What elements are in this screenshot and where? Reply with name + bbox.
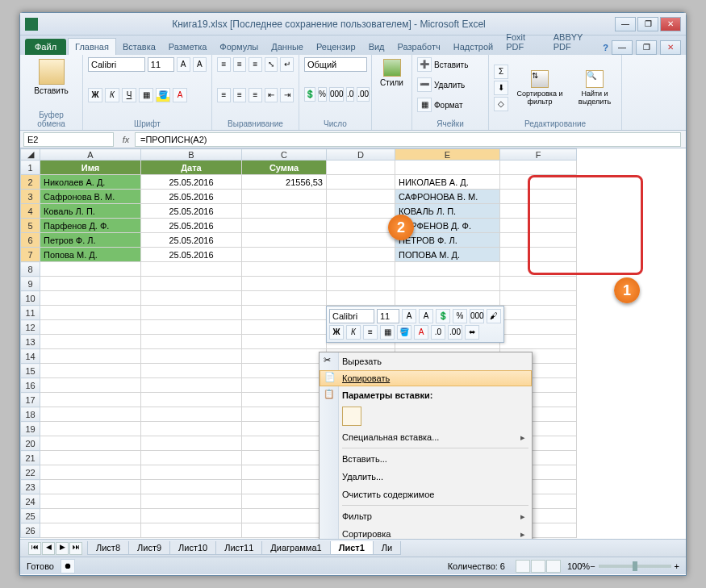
align-top-button[interactable]: ≡ [217,57,231,72]
align-right-button[interactable]: ≡ [249,88,262,102]
tab-home[interactable]: Главная [68,38,116,55]
cell[interactable] [40,320,141,335]
cell[interactable] [395,161,500,175]
mini-inc-dec[interactable]: .0 [431,325,445,340]
cell[interactable] [500,248,577,262]
select-all-button[interactable]: ◢ [21,149,40,161]
italic-button[interactable]: К [105,88,119,102]
row-header[interactable]: 23 [21,480,40,494]
align-bot-button[interactable]: ≡ [249,57,262,72]
cell[interactable] [141,262,242,277]
mini-size-combo[interactable]: 11 [377,309,399,323]
delete-menuitem[interactable]: Удалить... [320,468,532,486]
cell[interactable] [40,465,141,480]
paste-button[interactable]: Вставить [25,57,77,97]
cell[interactable] [500,204,577,219]
table-header[interactable]: Сумма [242,161,327,175]
cell[interactable] [242,407,327,422]
cell[interactable] [500,277,577,291]
cell[interactable] [327,190,395,204]
cell[interactable]: 25.05.2016 [141,219,242,233]
formula-input[interactable]: =ПРОПИСН(A2) [135,132,681,147]
cell-selected[interactable]: САФРОНОВА В. М. [395,190,500,204]
cell[interactable] [500,161,577,175]
cell[interactable]: Попова М. Д. [40,248,141,262]
grow-font-button[interactable]: A [177,57,190,72]
row-header[interactable]: 24 [21,494,40,509]
cell[interactable] [242,393,327,407]
mini-currency[interactable]: 💲 [436,309,450,323]
insert-cells-button[interactable]: Вставить [434,60,468,69]
ribbon-min-button[interactable]: — [612,40,633,55]
col-header-d[interactable]: D [327,149,395,161]
cell[interactable] [40,335,141,349]
col-header-b[interactable]: B [141,149,242,161]
cell[interactable] [40,523,141,538]
cell[interactable] [141,436,242,451]
clear-button[interactable]: ◇ [494,97,508,111]
paste-option-1[interactable] [342,407,361,426]
cell[interactable] [141,480,242,494]
tab-data[interactable]: Данные [265,39,310,55]
cell[interactable] [141,277,242,291]
cell[interactable] [242,378,327,393]
tab-nav-prev[interactable]: ◀ [42,542,55,555]
cell[interactable] [40,494,141,509]
cell[interactable] [327,175,395,190]
maximize-button[interactable]: ❐ [637,17,658,31]
format-cells-button[interactable]: Формат [434,101,463,110]
tab-insert[interactable]: Вставка [116,39,162,55]
currency-button[interactable]: 💲 [304,87,315,102]
cell[interactable]: 21556,53 [242,175,327,190]
mini-font-combo[interactable]: Calibri [329,309,374,323]
mini-fill[interactable]: 🪣 [397,325,411,340]
tab-nav-next[interactable]: ▶ [56,542,69,555]
bold-button[interactable]: Ж [88,88,102,102]
row-header[interactable]: 1 [21,161,40,175]
row-header[interactable]: 9 [21,277,40,291]
cell[interactable] [242,219,327,233]
cell[interactable] [242,233,327,248]
cell[interactable] [141,509,242,523]
sort-filter-button[interactable]: ⇅ Сортировка и фильтр [513,69,566,107]
wrap-button[interactable]: ↵ [280,57,294,72]
cell[interactable]: Петров Ф. Л. [40,233,141,248]
row-header[interactable]: 16 [21,378,40,393]
cell[interactable] [327,219,395,233]
cell[interactable] [500,335,577,349]
cell[interactable]: 25.05.2016 [141,233,242,248]
cell[interactable] [327,262,395,277]
cell[interactable] [500,190,577,204]
zoom-slider[interactable] [599,565,671,568]
cell[interactable] [242,335,327,349]
row-header[interactable]: 11 [21,306,40,320]
cell[interactable] [141,349,242,364]
tab-foxit[interactable]: Foxit PDF [499,29,547,55]
mini-merge[interactable]: ⬌ [465,325,479,340]
percent-button[interactable]: % [318,87,327,102]
fx-icon[interactable]: fx [117,135,135,144]
comma-button[interactable]: 000 [329,87,344,102]
row-header[interactable]: 7 [21,248,40,262]
row-header[interactable]: 8 [21,262,40,277]
row-header[interactable]: 17 [21,393,40,407]
cell[interactable] [500,219,577,233]
cell[interactable]: 25.05.2016 [141,248,242,262]
row-header[interactable]: 26 [21,523,40,538]
cell[interactable] [395,262,500,277]
cell[interactable] [141,335,242,349]
row-header[interactable]: 13 [21,335,40,349]
table-header[interactable]: Имя [40,161,141,175]
cell[interactable] [242,465,327,480]
orientation-button[interactable]: ⤡ [265,57,278,72]
cell[interactable] [327,204,395,219]
cell[interactable] [242,451,327,465]
paste-special-menuitem[interactable]: Специальная вставка... [320,428,532,446]
indent-inc-button[interactable]: ⇥ [280,88,294,102]
tab-review[interactable]: Рецензир [310,39,362,55]
cell[interactable] [141,465,242,480]
fill-button[interactable]: ⬇ [494,81,508,95]
tab-nav-last[interactable]: ⏭ [69,542,82,555]
align-mid-button[interactable]: ≡ [233,57,247,72]
mini-percent[interactable]: % [453,309,467,323]
